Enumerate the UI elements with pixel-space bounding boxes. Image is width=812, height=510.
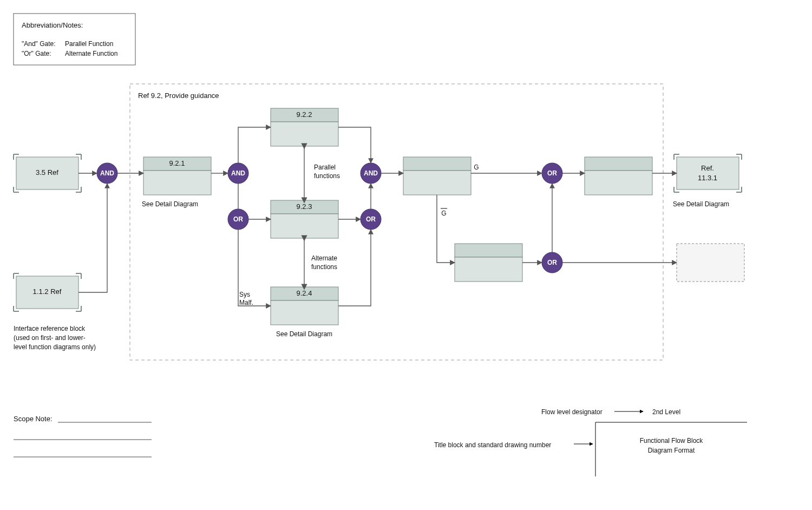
svg-rect-12 xyxy=(455,244,522,257)
block-9-2-3-label: 9.2.3 xyxy=(297,202,312,211)
block-9-2-1: 9.2.1 xyxy=(143,157,211,195)
block-9-2-3: 9.2.3 xyxy=(271,200,338,238)
alternate-1: Alternate xyxy=(311,254,337,262)
block-9-2-2-label: 9.2.2 xyxy=(297,110,312,119)
ref-block-11-3-1: Ref. 11.3.1 xyxy=(674,154,742,192)
refblock-caption-3: level function diagrams only) xyxy=(14,343,96,351)
g-label: G xyxy=(474,164,479,171)
block-post-and3 xyxy=(403,157,471,195)
ref-1131-a: Ref. xyxy=(701,164,714,172)
format-1: Functional Flow Block xyxy=(640,437,704,444)
ref-1131-caption: See Detail Diagram xyxy=(673,200,729,208)
ref-1-1-2-label: 1.1.2 Ref xyxy=(33,287,62,296)
ffbd-diagram: Abbreviation/Notes: "And" Gate: Parallel… xyxy=(0,0,812,510)
sys-label-1: Sys xyxy=(239,291,250,298)
svg-rect-3 xyxy=(143,171,211,195)
svg-rect-5 xyxy=(271,122,338,146)
svg-text:AND: AND xyxy=(100,169,114,177)
svg-rect-11 xyxy=(403,171,471,195)
scope-note-label: Scope Note: xyxy=(14,415,53,423)
gate-and-1: AND xyxy=(97,163,117,184)
block-9-2-4-caption: See Detail Diagram xyxy=(276,330,332,338)
svg-rect-16 xyxy=(677,157,739,189)
svg-rect-10 xyxy=(403,157,471,171)
block-9-2-1-caption: See Detail Diagram xyxy=(142,200,198,208)
main-container xyxy=(130,84,663,360)
svg-text:OR: OR xyxy=(366,215,376,223)
refblock-caption-2: (used on first- and lower- xyxy=(14,334,86,342)
second-level-label: 2nd Level xyxy=(652,408,680,416)
gate-or-right: OR xyxy=(361,209,381,230)
block-9-2-1-label: 9.2.1 xyxy=(169,159,185,167)
block-pre-ref-1131 xyxy=(585,157,652,195)
svg-text:AND: AND xyxy=(364,169,378,177)
parallel-1: Parallel xyxy=(314,164,336,171)
format-2: Diagram Format xyxy=(648,447,695,454)
gate-or-left: OR xyxy=(228,209,248,230)
parallel-2: functions xyxy=(314,172,340,180)
ref-1131-b: 11.3.1 xyxy=(698,174,717,182)
block-9-2-4: 9.2.4 xyxy=(271,287,338,325)
block-9-2-4-label: 9.2.4 xyxy=(297,289,312,297)
notes-title: Abbreviation/Notes: xyxy=(22,21,83,29)
svg-text:AND: AND xyxy=(231,169,245,177)
svg-rect-13 xyxy=(455,257,522,282)
container-title: Ref 9.2, Provide guidance xyxy=(138,91,219,100)
notes-and-key: "And" Gate: xyxy=(22,40,56,48)
notes-or-key: "Or" Gate: xyxy=(22,50,51,57)
flow-level-label: Flow level designator xyxy=(541,408,603,416)
block-lower-gbar xyxy=(455,244,522,282)
svg-rect-9 xyxy=(271,300,338,325)
svg-rect-14 xyxy=(585,157,652,171)
block-9-2-2: 9.2.2 xyxy=(271,108,338,146)
dashed-output-block xyxy=(677,244,744,282)
gate-and-2: AND xyxy=(228,163,248,184)
svg-text:OR: OR xyxy=(233,215,243,223)
title-block-label: Title block and standard drawing number xyxy=(434,441,551,449)
gbar-label: G xyxy=(441,210,446,217)
ref-block-3-5: 3.5 Ref xyxy=(14,154,81,192)
refblock-caption-1: Interface reference block xyxy=(14,325,86,332)
svg-rect-15 xyxy=(585,171,652,195)
svg-text:OR: OR xyxy=(547,259,557,266)
alternate-2: functions xyxy=(311,263,337,271)
ref-block-1-1-2: 1.1.2 Ref xyxy=(14,273,81,311)
svg-rect-7 xyxy=(271,214,338,238)
gate-or-top: OR xyxy=(542,163,562,184)
svg-text:OR: OR xyxy=(547,169,557,177)
notes-and-val: Parallel Function xyxy=(65,40,113,48)
gate-and-3: AND xyxy=(361,163,381,184)
gate-or-bottom: OR xyxy=(542,252,562,273)
ref-3-5-label: 3.5 Ref xyxy=(36,168,58,176)
notes-or-val: Alternate Function xyxy=(65,50,117,57)
sys-label-2: Malf. xyxy=(239,299,253,306)
